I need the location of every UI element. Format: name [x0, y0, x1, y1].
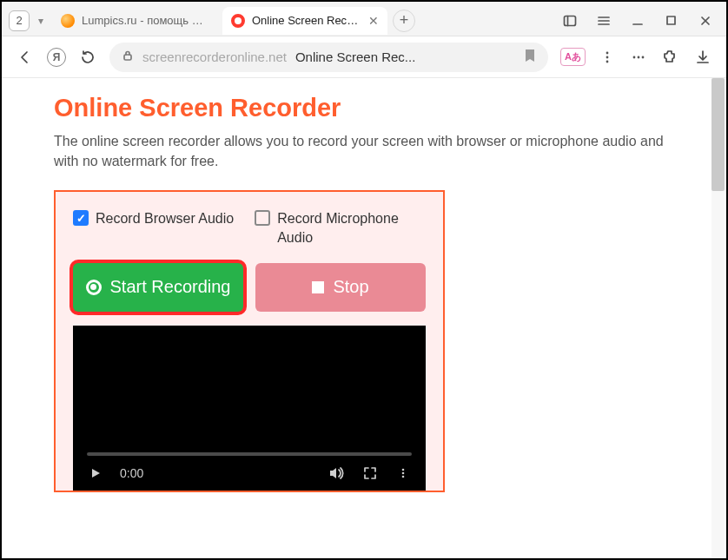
home-button[interactable]: Я — [47, 48, 66, 67]
video-controls: 0:00 — [73, 456, 426, 491]
chevron-down-icon[interactable]: ▾ — [35, 15, 47, 27]
svg-rect-6 — [667, 16, 675, 24]
video-time: 0:00 — [120, 466, 143, 480]
svg-point-14 — [638, 56, 640, 58]
svg-point-20 — [402, 468, 405, 471]
url-page-title: Online Screen Rec... — [295, 49, 415, 64]
start-recording-button[interactable]: Start Recording — [73, 263, 243, 312]
svg-point-12 — [606, 60, 609, 63]
checkbox-browser-audio[interactable]: Record Browser Audio — [73, 209, 234, 228]
window-maximize-button[interactable] — [657, 9, 685, 33]
record-icon — [86, 280, 102, 295]
kebab-menu-icon[interactable] — [598, 48, 617, 67]
button-label: Stop — [333, 277, 368, 297]
page-title: Online Screen Recorder — [54, 94, 726, 122]
tab-label: Online Screen Recorder — [252, 14, 361, 27]
recorder-panel: Record Browser Audio Record Microphone A… — [54, 190, 445, 491]
stop-icon — [312, 281, 324, 293]
checkbox-label: Record Microphone Audio — [277, 209, 416, 247]
video-more-icon[interactable] — [394, 464, 412, 482]
new-tab-button[interactable]: + — [393, 10, 415, 32]
extensions-icon[interactable] — [660, 48, 679, 67]
more-dots-icon[interactable] — [629, 48, 648, 67]
svg-point-10 — [606, 51, 609, 54]
bookmark-icon[interactable] — [524, 49, 536, 66]
window-close-button[interactable] — [691, 9, 719, 33]
svg-marker-18 — [92, 469, 100, 478]
url-domain: screenrecorderonline.net — [142, 49, 287, 64]
browser-toolbar: Я screenrecorderonline.net Online Screen… — [2, 36, 726, 78]
checkbox-label: Record Browser Audio — [96, 209, 234, 228]
menu-icon[interactable] — [589, 9, 618, 33]
lock-icon — [122, 49, 134, 64]
svg-marker-19 — [330, 468, 336, 478]
favicon-screen-recorder — [231, 14, 245, 28]
svg-point-21 — [402, 471, 405, 474]
svg-point-22 — [402, 475, 405, 478]
checkbox-microphone-audio[interactable]: Record Microphone Audio — [255, 209, 416, 247]
tab-lumpics[interactable]: Lumpics.ru - помощь с кон — [52, 7, 217, 35]
svg-point-11 — [606, 56, 609, 58]
svg-rect-9 — [124, 55, 131, 60]
page-lead-text: The online screen recorder allows you to… — [54, 131, 688, 171]
svg-rect-0 — [564, 16, 575, 25]
checkbox-icon — [255, 210, 270, 226]
button-label: Start Recording — [110, 277, 231, 297]
close-icon[interactable]: ✕ — [368, 14, 379, 28]
back-button[interactable] — [16, 48, 35, 67]
downloads-icon[interactable] — [693, 48, 712, 67]
video-preview[interactable]: 0:00 — [73, 326, 426, 491]
tab-count-badge[interactable]: 2 — [9, 10, 30, 31]
tab-screen-recorder[interactable]: Online Screen Recorder ✕ — [222, 7, 387, 35]
play-icon[interactable] — [87, 464, 104, 482]
checkbox-icon — [73, 210, 89, 226]
translate-button[interactable]: Aあ — [560, 48, 586, 66]
sidebar-toggle-icon[interactable] — [555, 9, 584, 33]
svg-point-15 — [642, 56, 645, 58]
favicon-lumpics — [61, 14, 75, 28]
fullscreen-icon[interactable] — [361, 464, 379, 482]
address-bar[interactable]: screenrecorderonline.net Online Screen R… — [109, 43, 548, 72]
tab-label: Lumpics.ru - помощь с кон — [82, 14, 208, 27]
svg-point-13 — [633, 56, 636, 58]
window-minimize-button[interactable] — [623, 9, 652, 33]
stop-recording-button[interactable]: Stop — [255, 263, 426, 312]
volume-icon[interactable] — [328, 464, 346, 482]
scrollbar-thumb[interactable] — [711, 78, 725, 191]
page-viewport: Online Screen Recorder The online screen… — [2, 78, 726, 558]
reload-button[interactable] — [78, 48, 97, 67]
browser-tab-bar: 2 ▾ Lumpics.ru - помощь с кон Online Scr… — [2, 2, 726, 36]
